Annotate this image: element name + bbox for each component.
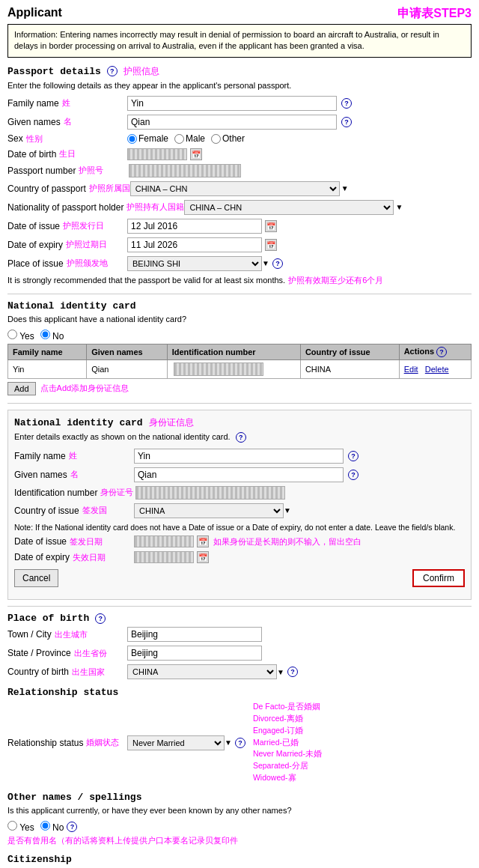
pob-state-input[interactable]: [127, 646, 262, 661]
nationality-select[interactable]: CHINA – CHN: [184, 200, 394, 215]
nic-edit-btn[interactable]: Edit: [404, 365, 418, 374]
nic2-date-expiry-calendar[interactable]: 📅: [197, 551, 209, 563]
date-expiry-label: Date of expiry: [7, 240, 63, 250]
other-names-title: Other names / spellings: [7, 792, 141, 803]
rel-tooltip: De Facto-是否婚姻 Divorced-离婚 Engaged-订婚 Mar…: [253, 701, 322, 783]
dob-cn: 生日: [59, 148, 76, 160]
nic2-given-help[interactable]: ?: [348, 470, 359, 480]
date-expiry-cn: 护照过期日: [66, 239, 107, 250]
nic-row-actions: Edit Delete: [399, 359, 471, 378]
validity-cn: 护照有效期至少还有6个月: [288, 275, 383, 286]
sex-row: Sex 性别 Female Male Other: [7, 133, 472, 145]
passport-cn-title: 护照信息: [123, 65, 159, 78]
pob-state-label: State / Province: [7, 648, 71, 658]
rel-cn: 婚姻状态: [86, 737, 119, 748]
step-label: 申请表STEP3: [397, 6, 472, 22]
rel-select[interactable]: Never Married De Facto Divorced Engaged …: [127, 735, 225, 750]
nic2-title: National identity card: [14, 417, 143, 428]
rel-title: Relationship status: [7, 687, 118, 698]
nic2-desc: Enter details exactly as shown on the na…: [14, 432, 465, 443]
nic1-desc: Does this applicant have a national iden…: [7, 315, 472, 324]
sex-male-radio[interactable]: [174, 134, 184, 144]
given-names-help[interactable]: ?: [341, 117, 352, 127]
family-name-input[interactable]: [127, 96, 337, 111]
nic2-country-select[interactable]: CHINA: [134, 503, 284, 518]
nic2-given-input[interactable]: [134, 467, 344, 482]
nic-col-actions: Actions ?: [399, 344, 471, 359]
nic2-family-cn: 姓: [69, 450, 77, 461]
dob-row: Date of birth 生日 📅: [7, 148, 472, 160]
rel-never-married: Never Married-未婚: [253, 748, 322, 760]
nic2-family-input[interactable]: [134, 449, 344, 464]
pob-country-help[interactable]: ?: [287, 667, 298, 677]
other-names-yes-label: Yes: [19, 822, 34, 833]
nic1-no-radio[interactable]: [40, 330, 50, 339]
given-names-cn: 名: [64, 116, 72, 127]
nic2-date-issue-value: [134, 535, 194, 547]
nic2-confirm-button[interactable]: Confirm: [412, 569, 465, 587]
nic-row-family: Yin: [8, 359, 87, 378]
nic-actions-help[interactable]: ?: [436, 347, 447, 357]
other-names-cn-note: 是否有曾用名（有的话将资料上传提供户口本要名记录贝复印件: [7, 835, 472, 846]
rel-help[interactable]: ?: [235, 738, 245, 748]
passport-help-icon[interactable]: ?: [107, 66, 118, 76]
rel-divorced: Divorced-离婚: [253, 713, 322, 725]
validity-note-text: It is strongly recommended that the pass…: [7, 276, 285, 285]
date-expiry-calendar-icon[interactable]: 📅: [265, 239, 277, 251]
pob-town-input[interactable]: [127, 627, 262, 642]
relationship-section: Relationship status Relationship status …: [7, 687, 472, 783]
nic2-family-row: Family name 姓 ?: [14, 449, 465, 464]
other-names-yes-radio[interactable]: [7, 821, 17, 831]
national-id-section2: National identity card 身份证信息 Enter detai…: [7, 410, 472, 601]
family-name-label: Family name: [7, 98, 59, 109]
nic2-date-expiry-label: Date of expiry: [14, 552, 70, 562]
nic2-given-row: Given names 名 ?: [14, 467, 465, 482]
passport-number-row: Passport number 护照号: [7, 164, 472, 177]
sex-male-label: Male: [186, 133, 205, 144]
family-name-help[interactable]: ?: [341, 98, 352, 109]
dob-calendar-icon[interactable]: 📅: [190, 148, 202, 160]
place-issue-select[interactable]: BEIJING SHI: [127, 256, 262, 271]
nic1-yes-radio[interactable]: [7, 330, 17, 339]
date-issue-input[interactable]: [127, 219, 262, 234]
given-names-input[interactable]: [127, 115, 337, 130]
sex-radio-group: Female Male Other: [127, 133, 245, 144]
passport-number-cn: 护照号: [79, 165, 103, 176]
sex-female-radio[interactable]: [127, 134, 137, 144]
date-issue-calendar-icon[interactable]: 📅: [265, 220, 277, 232]
date-expiry-row: Date of expiry 护照过期日 📅: [7, 237, 472, 252]
place-issue-row: Place of issue 护照颁发地 BEIJING SHI ▼ ?: [7, 256, 472, 271]
nic2-date-issue-calendar[interactable]: 📅: [197, 535, 209, 547]
sex-other-radio[interactable]: [211, 134, 221, 144]
nic2-date-issue-cn: 签发日期: [70, 536, 103, 547]
nic2-country-label: Country of issue: [14, 506, 79, 516]
nic-add-button[interactable]: Add: [7, 382, 36, 395]
nic2-help[interactable]: ?: [236, 432, 246, 443]
other-names-no-radio[interactable]: [40, 821, 50, 831]
date-expiry-input[interactable]: [127, 237, 262, 252]
nic2-button-row: Cancel Confirm: [14, 569, 465, 587]
country-passport-select[interactable]: CHINA – CHN: [130, 181, 340, 196]
dob-label: Date of birth: [7, 149, 56, 160]
info-box: Information: Entering names incorrectly …: [7, 24, 472, 58]
nic2-id-cn: 身份证号: [100, 487, 133, 498]
nationality-row: Nationality of passport holder 护照持有人国籍 C…: [7, 200, 472, 215]
pob-country-select[interactable]: CHINA: [127, 664, 277, 679]
rel-separated: Separated-分居: [253, 760, 322, 772]
nic1-no-label: No: [52, 331, 64, 342]
pob-title: Place of birth: [7, 613, 89, 624]
rel-widowed: Widowed-寡: [253, 772, 322, 784]
nic-row-id: [167, 359, 300, 378]
nic2-family-help[interactable]: ?: [348, 451, 359, 461]
nic-col-family: Family name: [8, 344, 87, 359]
pob-help[interactable]: ?: [95, 613, 106, 624]
nic-row-country: CHINA: [300, 359, 399, 378]
sex-other-label: Other: [222, 133, 245, 144]
other-names-help[interactable]: ?: [67, 822, 77, 832]
nic2-date-expiry-value: [134, 551, 194, 563]
place-issue-help[interactable]: ?: [272, 258, 283, 269]
nic-delete-btn[interactable]: Delete: [425, 365, 449, 374]
nic2-cancel-button[interactable]: Cancel: [14, 569, 58, 587]
nic2-given-label: Given names: [14, 470, 67, 480]
passport-desc: Enter the following details as they appe…: [7, 81, 472, 90]
